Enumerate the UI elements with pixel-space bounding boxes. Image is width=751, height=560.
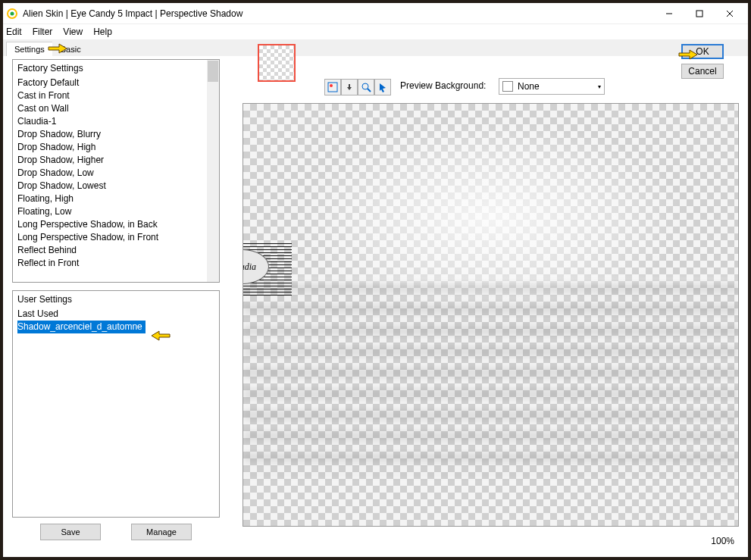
list-item[interactable]: Drop Shadow, Blurry <box>17 128 219 141</box>
watermark: claudia <box>243 243 292 296</box>
swatch-icon <box>502 81 513 92</box>
menu-view[interactable]: View <box>63 27 83 37</box>
tab-settings[interactable]: Settings <box>6 42 53 56</box>
tool-thumbnail-icon[interactable] <box>324 79 341 95</box>
app-icon <box>6 8 18 20</box>
left-panel: Factory Settings Factory DefaultCast in … <box>12 59 220 540</box>
thumbnail[interactable] <box>258 44 296 82</box>
list-item[interactable]: Reflect Behind <box>17 244 219 257</box>
list-item[interactable]: Long Perspective Shadow, in Front <box>17 231 219 244</box>
manage-button[interactable]: Manage <box>131 524 192 540</box>
tab-row: Settings Basic <box>3 39 748 56</box>
svg-rect-6 <box>328 83 337 92</box>
list-item[interactable]: Reflect in Front <box>17 257 219 270</box>
svg-rect-3 <box>696 11 702 17</box>
zoom-level: 100% <box>711 536 734 546</box>
list-item[interactable]: Drop Shadow, Lowest <box>17 180 219 192</box>
close-button[interactable] <box>715 5 745 23</box>
list-item[interactable]: Last Used <box>17 308 219 321</box>
tool-zoom-icon[interactable] <box>358 79 374 95</box>
list-item[interactable]: Floating, Low <box>17 205 219 218</box>
preview-shadow <box>243 278 738 475</box>
list-item[interactable]: Cast on Wall <box>17 102 219 115</box>
pointer-hand-icon <box>47 39 68 55</box>
maximize-button[interactable] <box>684 5 715 23</box>
tool-cursor-icon[interactable] <box>374 79 391 95</box>
factory-settings-list[interactable]: Factory Settings Factory DefaultCast in … <box>12 59 220 283</box>
user-settings-list[interactable]: User Settings Last UsedShadow_arcenciel_… <box>12 290 220 518</box>
main-area: Factory Settings Factory DefaultCast in … <box>6 59 745 554</box>
chevron-down-icon: ▾ <box>598 83 601 90</box>
list-item[interactable]: Claudia-1 <box>17 115 219 128</box>
preview-bg-label: Preview Background: <box>400 80 486 91</box>
list-item[interactable]: Long Perspective Shadow, in Back <box>17 218 219 231</box>
dropdown-value: None <box>518 81 598 92</box>
user-header: User Settings <box>13 291 219 308</box>
menu-help[interactable]: Help <box>93 27 112 37</box>
tool-row <box>324 79 391 95</box>
scrollbar-thumb[interactable] <box>208 61 218 82</box>
list-item[interactable]: Drop Shadow, Higher <box>17 154 219 167</box>
menubar: Edit Filter View Help <box>3 24 748 39</box>
menu-filter[interactable]: Filter <box>33 27 53 37</box>
list-item[interactable]: Factory Default <box>17 77 219 89</box>
list-item[interactable]: Floating, High <box>17 192 219 205</box>
factory-header: Factory Settings <box>13 60 219 77</box>
scrollbar[interactable] <box>207 60 219 282</box>
save-button[interactable]: Save <box>40 524 101 540</box>
pointer-hand-icon <box>677 45 699 61</box>
tool-pan-icon[interactable] <box>341 79 358 95</box>
list-item[interactable]: Shadow_arcenciel_d_automne <box>17 321 146 333</box>
list-item[interactable]: Drop Shadow, Low <box>17 167 219 180</box>
svg-point-7 <box>330 84 333 87</box>
svg-point-1 <box>11 11 14 15</box>
cancel-button[interactable]: Cancel <box>681 64 724 79</box>
minimize-button[interactable] <box>654 5 684 23</box>
button-row: Save Manage <box>12 524 220 540</box>
menu-edit[interactable]: Edit <box>6 27 22 37</box>
list-item[interactable]: Cast in Front <box>17 89 219 102</box>
window-controls <box>654 5 745 23</box>
pointer-hand-icon <box>150 327 171 342</box>
list-item[interactable]: Drop Shadow, High <box>17 141 219 154</box>
preview-area[interactable]: claudia <box>243 103 739 527</box>
titlebar: Alien Skin | Eye Candy 5 Impact | Perspe… <box>3 3 748 24</box>
svg-line-9 <box>368 89 371 92</box>
window-title: Alien Skin | Eye Candy 5 Impact | Perspe… <box>23 8 654 19</box>
preview-bg-dropdown[interactable]: None ▾ <box>499 78 605 95</box>
svg-point-8 <box>362 83 368 89</box>
